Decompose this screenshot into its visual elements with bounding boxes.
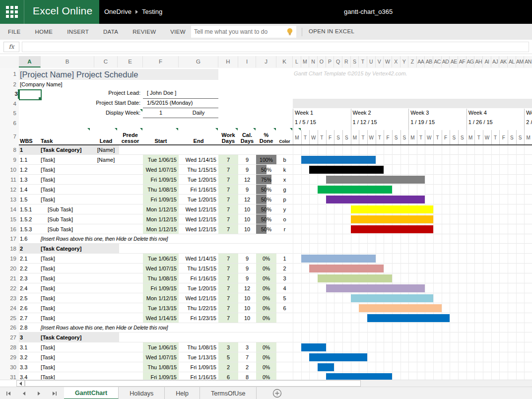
menu-data[interactable]: DATA [103, 29, 118, 35]
wbs-cell[interactable]: 1 [20, 145, 23, 155]
column-header-AE[interactable]: AE [450, 56, 458, 67]
workdays-cell[interactable]: 3 [218, 342, 238, 352]
column-header-F[interactable]: F [143, 56, 179, 67]
caldays-cell[interactable]: 7 [238, 352, 256, 362]
color-code-cell[interactable]: 6 [276, 303, 293, 313]
insert-note-cell[interactable]: [Insert Rows above this one, then Hide o… [41, 323, 168, 332]
done-cell[interactable]: 0% [256, 362, 276, 372]
caldays-cell[interactable]: 9 [238, 273, 256, 283]
workdays-cell[interactable]: 6 [218, 372, 238, 380]
column-header-M[interactable]: M [301, 56, 310, 67]
task-cell[interactable]: [Task] [41, 185, 55, 195]
gantt-bar[interactable] [326, 373, 392, 380]
row-header-10[interactable]: 10 [0, 165, 16, 175]
start-cell[interactable]: Mon 1/12/15 [143, 214, 177, 224]
wbs-cell[interactable]: 3 [20, 332, 23, 342]
wbs-cell[interactable]: 2.7 [20, 313, 27, 323]
row-header-12[interactable]: 12 [0, 185, 16, 195]
start-cell[interactable]: Fri 1/09/15 [143, 283, 177, 293]
gantt-bar[interactable] [351, 205, 434, 213]
end-cell[interactable]: Fri 1/16/15 [179, 185, 216, 195]
workdays-cell[interactable]: 7 [218, 313, 238, 323]
row-header-28[interactable]: 28 [0, 342, 16, 352]
caldays-cell[interactable]: 8 [238, 372, 256, 380]
wbs-cell[interactable]: 1.1 [20, 155, 27, 165]
column-header-G[interactable]: G [179, 56, 218, 67]
wbs-cell[interactable]: 1.5.3 [20, 224, 32, 234]
caldays-cell[interactable]: 10 [238, 313, 256, 323]
caldays-cell[interactable]: 10 [238, 204, 256, 214]
end-cell[interactable]: Tue 1/20/15 [179, 175, 216, 185]
caldays-cell[interactable]: 10 [238, 214, 256, 224]
scrollbar-thumb[interactable] [25, 380, 361, 387]
column-header-I[interactable]: I [238, 56, 256, 67]
start-cell[interactable]: Wed 1/14/15 [143, 313, 177, 323]
start-cell[interactable]: Fri 1/09/15 [143, 195, 177, 204]
caldays-cell[interactable]: 10 [238, 303, 256, 313]
workdays-cell[interactable]: 2 [218, 362, 238, 372]
wbs-cell[interactable]: 3.1 [20, 342, 27, 352]
task-cell[interactable]: [Task] [41, 293, 55, 303]
caldays-cell[interactable]: 9 [238, 254, 256, 264]
done-cell[interactable]: 50% [256, 165, 276, 175]
row-header-23[interactable]: 23 [0, 293, 16, 303]
done-cell[interactable]: 0% [256, 303, 276, 313]
task-cell[interactable]: [Task] [41, 254, 55, 264]
color-code-cell[interactable]: k [276, 165, 293, 175]
wbs-cell[interactable]: 1.4 [20, 185, 27, 195]
done-cell[interactable]: 50% [256, 185, 276, 195]
column-header-C[interactable]: C [94, 56, 118, 67]
row-header-30[interactable]: 30 [0, 362, 16, 372]
color-code-cell[interactable]: g [276, 185, 293, 195]
column-header-T[interactable]: T [359, 56, 367, 67]
end-cell[interactable]: Tue 1/20/15 [179, 283, 216, 293]
task-cell[interactable]: [Task Category] [41, 332, 81, 342]
wbs-cell[interactable]: 2.5 [20, 293, 27, 303]
column-header-Q[interactable]: Q [334, 56, 342, 67]
gantt-bar[interactable] [309, 265, 384, 272]
task-cell[interactable]: [Task] [41, 303, 55, 313]
wbs-cell[interactable]: 3.3 [20, 362, 27, 372]
row-header-20[interactable]: 20 [0, 264, 16, 273]
start-cell[interactable]: Mon 1/12/15 [143, 224, 177, 234]
done-cell[interactable]: 100% [256, 155, 276, 165]
column-header-AH[interactable]: AH [474, 56, 483, 67]
wbs-cell[interactable]: 2.8 [20, 323, 27, 332]
column-header-AK[interactable]: AK [499, 56, 508, 67]
workdays-cell[interactable]: 7 [218, 303, 238, 313]
column-header-AC[interactable]: AC [433, 56, 442, 67]
lead-cell[interactable]: [Name] [94, 145, 118, 155]
done-cell[interactable]: 50% [256, 195, 276, 204]
wbs-cell[interactable]: 1.2 [20, 165, 27, 175]
sheet-tab-termsofuse[interactable]: TermsOfUse [200, 387, 257, 399]
column-header-Z[interactable]: Z [408, 56, 417, 67]
wbs-cell[interactable]: 3.2 [20, 352, 27, 362]
project-lead-value[interactable]: [ John Doe ] [147, 90, 176, 96]
column-header-AG[interactable]: AG [466, 56, 475, 67]
wbs-cell[interactable]: 2.1 [20, 254, 27, 264]
wbs-cell[interactable]: 2 [20, 244, 23, 254]
caldays-cell[interactable]: 2 [238, 362, 256, 372]
sheet-title[interactable]: [Project Name] Project Schedule [20, 70, 138, 79]
end-cell[interactable]: Fri 1/23/15 [179, 313, 216, 323]
gantt-bar[interactable] [367, 314, 450, 322]
start-cell[interactable]: Thu 1/08/15 [143, 362, 177, 372]
end-cell[interactable]: Wed 1/14/15 [179, 155, 216, 165]
end-cell[interactable]: Tue 1/13/15 [179, 352, 216, 362]
gantt-bar[interactable] [301, 343, 326, 351]
row-header-2[interactable]: 2 [0, 80, 16, 89]
display-week-value[interactable]: 1 [143, 110, 179, 116]
column-header-AB[interactable]: AB [425, 56, 433, 67]
workdays-cell[interactable]: 7 [218, 204, 238, 214]
row-header-19[interactable]: 19 [0, 254, 16, 264]
row-header-16[interactable]: 16 [0, 224, 16, 234]
workdays-cell[interactable]: 7 [218, 254, 238, 264]
gantt-bar[interactable] [318, 186, 392, 194]
last-sheet-icon[interactable] [52, 391, 57, 396]
gantt-bar[interactable] [309, 353, 367, 361]
wbs-cell[interactable]: 2.3 [20, 273, 27, 283]
menu-home[interactable]: HOME [35, 29, 53, 35]
breadcrumb-testing[interactable]: Testing [142, 8, 162, 15]
done-cell[interactable]: 0% [256, 372, 276, 380]
task-cell[interactable]: [Sub Task] [48, 224, 73, 234]
